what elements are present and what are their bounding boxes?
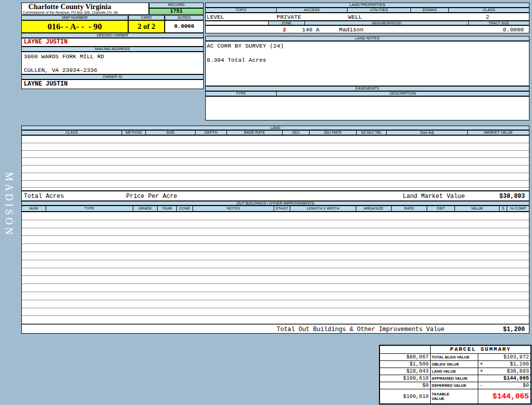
acres-label: ACRES (165, 15, 204, 20)
access-value: PRIVATE (277, 14, 301, 20)
land-col-method: METHOD (122, 131, 146, 135)
land-market-value: $38,893 (500, 193, 525, 200)
ps-op-land: + (480, 368, 483, 375)
empty-table-row (22, 181, 529, 188)
county-subtitle: Commissioner of the Revenue, PO Box 308,… (22, 11, 148, 14)
ps-amount-land: $38,893 (507, 368, 529, 374)
empty-table-row (22, 316, 529, 324)
ps-amount-deferred: $0 (522, 382, 529, 388)
land-properties-header: TOPO ACCESS UTILITIES ZONING CLASS (205, 8, 529, 13)
ps-op-obldg: + (480, 361, 483, 368)
ps-prior-deferred: $0 (380, 382, 430, 389)
mailing-address-label: MAILING ADDRESS (21, 47, 204, 52)
ps-value-bldg: $103,972 (478, 354, 530, 360)
ps-value-taxable: $144,065 (478, 389, 530, 403)
empty-table-row (22, 284, 529, 292)
card-value: 2 of 2 (128, 20, 165, 33)
empty-table-row (22, 173, 529, 181)
empty-table-row (22, 244, 529, 252)
county-title: Charlotte County Virginia (22, 3, 148, 11)
ob-col-notes: NOTES (193, 206, 274, 211)
ps-label-appraised: APPRAISED VALUE (431, 375, 478, 382)
land-col-market-value: MARKET VALUE (468, 131, 529, 135)
utilities-value: WELL (348, 14, 362, 20)
zone-header-row: ZONE NEIGHBORHOOD TRACT SIZE (205, 21, 529, 25)
zoning-header: ZONING (411, 8, 449, 12)
map-number-label: MAP NUMBER (21, 15, 128, 20)
outbuildings-footer: Total Out Buildings & Other Improvements… (21, 324, 529, 334)
mailing-address-box: 3800 WARDS FORK MILL RD CULLEN, VA 23934… (21, 52, 204, 74)
deeded-owner-value: LAYNE JUSTIN (21, 38, 204, 47)
ps-value-land: +$38,893 (478, 368, 530, 375)
neighborhood-code: 140 A (302, 26, 320, 33)
ps-value-deferred: -$0 (478, 382, 530, 389)
zone-value: 2 (283, 26, 286, 33)
outbuildings-total-label: Total Out Buildings & Other Improvements… (277, 326, 444, 333)
land-notes-box: AC CORR BY SURVEY (24) 8.304 Total Acres (205, 41, 529, 86)
empty-table-row (22, 151, 529, 158)
ob-col-sthgt: STHGT (274, 206, 290, 211)
land-col-adj: ADJ (283, 131, 310, 135)
map-number-value: 016- - A- - - 90 (21, 20, 128, 33)
easements-label: EASEMENTS (205, 86, 529, 91)
owner-id-label: OWNER ID (21, 74, 204, 79)
ps-label-taxable: TAXABLE VALUE (431, 389, 478, 403)
tract-size-header: TRACT SIZE (469, 21, 529, 25)
property-record-card: MADISON Charlotte County Virginia Commis… (0, 0, 532, 405)
class-value: 2 (486, 14, 489, 20)
easements-box (205, 96, 529, 120)
ps-op-deferred: - (480, 382, 483, 389)
ps-label-land: LAND VALUE (431, 368, 478, 375)
record-label: RECORD (149, 3, 204, 8)
access-header: ACCESS (277, 8, 348, 12)
easement-description-header: DESCRIPTION (277, 92, 529, 96)
zone-values: 2 140 A Madison 0.0000 (205, 25, 529, 33)
ps-prior-obldg: $1,500 (380, 361, 430, 368)
parcel-summary: PARCEL SUMMARY $80,067 TOTAL BLDG VALUE … (379, 345, 531, 404)
county-header-box: Charlotte County Virginia Commissioner o… (21, 3, 149, 15)
outbuildings-total-value: $1,200 (503, 326, 525, 333)
ob-col-cond: COND (177, 206, 193, 211)
ps-label-deferred: DEFERRED VALUE (431, 382, 478, 389)
empty-table-row (22, 143, 529, 151)
ps-prior-land: $28,043 (380, 368, 430, 375)
empty-table-row (22, 236, 529, 244)
land-col-sz-adj-tbl: SZ ADJ TBL (357, 131, 387, 135)
ob-col-pct-comp: % COMP (507, 206, 529, 211)
land-properties-label: LAND PROPERTIES (205, 3, 529, 8)
empty-table-row (22, 228, 529, 236)
ps-amount-obldg: $1,200 (510, 361, 529, 367)
land-notes-line1: AC CORR BY SURVEY (24) (207, 43, 284, 49)
ps-amount-bldg: $103,972 (504, 354, 529, 360)
parcel-summary-title: PARCEL SUMMARY (431, 346, 530, 353)
empty-table-row (22, 166, 529, 173)
ps-prior-appraised: $109,610 (380, 375, 430, 382)
empty-table-row (22, 252, 529, 260)
empty-table-row (22, 308, 529, 316)
empty-table-row (22, 300, 529, 308)
land-col-base-rate: BASE RATE (227, 131, 283, 135)
ps-label-taxable-text: TAXABLE VALUE (432, 392, 455, 401)
ob-col-rate: RATE (392, 206, 427, 211)
empty-table-row (22, 212, 529, 220)
mailing-address-line2: CULLEN, VA 23934-2336 (24, 67, 97, 73)
ob-col-num: NUM (22, 206, 46, 211)
owner-id-value: LAYNE JUSTIN (21, 79, 204, 89)
land-market-value-label: Land Market Value (403, 193, 465, 200)
land-notes-line2: 8.304 Total Acres (207, 57, 266, 63)
land-properties-values: LEVEL PRIVATE WELL 2 (205, 13, 529, 21)
card-label: CARD (128, 15, 165, 20)
neighborhood-name: Madison (339, 26, 363, 33)
zone-header: ZONE (269, 21, 305, 25)
ps-prior-blank (380, 346, 430, 353)
ob-col-year: YEAR (158, 206, 177, 211)
land-table-footer: Total Acres Price Per Acre Land Market V… (21, 191, 529, 201)
ps-label-bldg: TOTAL BLDG VALUE (431, 354, 478, 360)
ob-col-s: S (500, 206, 507, 211)
ps-prior-taxable: $109,610 (380, 389, 430, 403)
ob-col-length-width: LENGTH X WIDTH (290, 206, 356, 211)
acres-value: 0.0000 (165, 20, 204, 33)
record-value: 1751 (149, 8, 204, 15)
price-per-acre-label: Price Per Acre (126, 193, 177, 200)
land-col-depth: DEPTH (196, 131, 227, 135)
